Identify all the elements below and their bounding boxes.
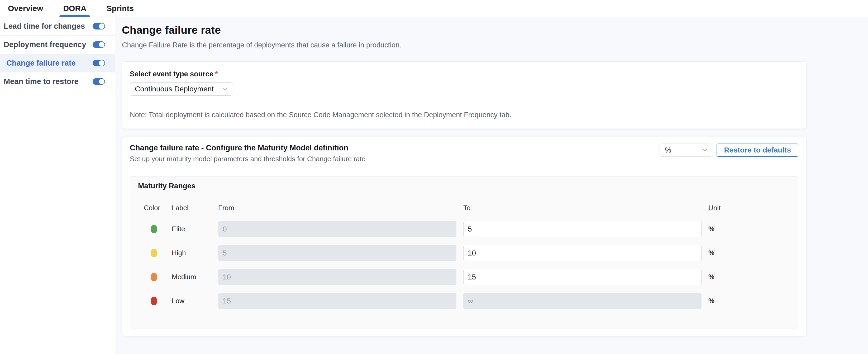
maturity-title: Change failure rate - Configure the Matu… xyxy=(130,144,365,152)
color-swatch xyxy=(151,249,157,257)
note-text: Note: Total deployment is calculated bas… xyxy=(130,111,798,119)
tab-overview[interactable]: Overview xyxy=(8,0,43,16)
selected-unit: % xyxy=(664,146,671,154)
metrics-sidebar: Lead time for changes Deployment frequen… xyxy=(0,17,115,354)
to-input xyxy=(463,293,702,309)
unit-label: % xyxy=(708,225,790,233)
event-source-card: Select event type source* Continuous Dep… xyxy=(122,61,807,129)
required-asterisk: * xyxy=(215,70,218,78)
from-input xyxy=(218,221,457,237)
sidebar-item-mean-time-to-restore[interactable]: Mean time to restore xyxy=(0,72,115,91)
event-source-select[interactable]: Continuous Deployment xyxy=(130,82,233,96)
to-input[interactable] xyxy=(463,221,702,237)
maturity-header: Change failure rate - Configure the Matu… xyxy=(130,144,365,163)
column-header-label: Label xyxy=(172,204,211,212)
sidebar-item-label: Lead time for changes xyxy=(4,22,85,31)
event-source-label: Select event type source* xyxy=(130,70,798,78)
chevron-down-icon xyxy=(702,147,708,153)
tab-dora[interactable]: DORA xyxy=(63,0,86,16)
column-header-color: Color xyxy=(144,204,165,212)
maturity-model-card: Change failure rate - Configure the Matu… xyxy=(122,137,807,337)
maturity-row-high: High % xyxy=(138,241,790,265)
main-content: Change failure rate Change Failure Rate … xyxy=(115,17,868,354)
sidebar-item-label: Change failure rate xyxy=(6,59,76,67)
maturity-row-low: Low % xyxy=(138,289,790,313)
page-subtitle: Change Failure Rate is the percentage of… xyxy=(122,41,807,49)
maturity-row-medium: Medium % xyxy=(138,265,790,289)
sidebar-item-lead-time-for-changes[interactable]: Lead time for changes xyxy=(0,17,115,36)
color-swatch xyxy=(151,225,157,233)
change-failure-rate-toggle[interactable] xyxy=(93,60,105,66)
color-swatch xyxy=(151,297,157,305)
page-title: Change failure rate xyxy=(122,24,807,36)
to-input[interactable] xyxy=(463,269,702,285)
sidebar-item-deployment-frequency[interactable]: Deployment frequency xyxy=(0,36,115,54)
sidebar-item-change-failure-rate[interactable]: Change failure rate xyxy=(0,54,115,72)
maturity-label: Elite xyxy=(172,225,211,233)
maturity-table-header: Color Label From To Unit xyxy=(138,204,790,217)
panel-title: Maturity Ranges xyxy=(138,182,790,190)
top-tab-bar: Overview DORA Sprints xyxy=(0,0,868,17)
maturity-subtitle: Set up your maturity model parameters an… xyxy=(130,155,365,163)
lead-time-toggle[interactable] xyxy=(93,23,105,30)
selected-event-source: Continuous Deployment xyxy=(135,85,214,93)
chevron-down-icon xyxy=(222,85,228,93)
from-input xyxy=(218,245,457,261)
maturity-ranges-panel: Maturity Ranges Color Label From To Unit… xyxy=(130,176,798,328)
maturity-label: Medium xyxy=(172,273,211,281)
sidebar-item-label: Deployment frequency xyxy=(4,40,86,49)
unit-label: % xyxy=(708,273,790,281)
tab-sprints[interactable]: Sprints xyxy=(106,0,134,16)
maturity-row-elite: Elite % xyxy=(138,217,790,241)
unit-select[interactable]: % xyxy=(659,144,712,157)
sidebar-item-label: Mean time to restore xyxy=(4,77,79,86)
maturity-label: High xyxy=(172,249,211,257)
restore-defaults-button[interactable]: Restore to defaults xyxy=(717,144,798,157)
from-input xyxy=(218,269,457,285)
mean-time-to-restore-toggle[interactable] xyxy=(93,78,105,85)
unit-label: % xyxy=(708,297,790,305)
maturity-label: Low xyxy=(172,297,211,305)
color-swatch xyxy=(151,273,157,281)
column-header-to: To xyxy=(463,204,702,212)
from-input xyxy=(218,293,457,309)
column-header-unit: Unit xyxy=(708,204,790,212)
unit-label: % xyxy=(708,249,790,257)
to-input[interactable] xyxy=(463,245,702,261)
column-header-from: From xyxy=(218,204,457,212)
deployment-frequency-toggle[interactable] xyxy=(93,41,105,48)
